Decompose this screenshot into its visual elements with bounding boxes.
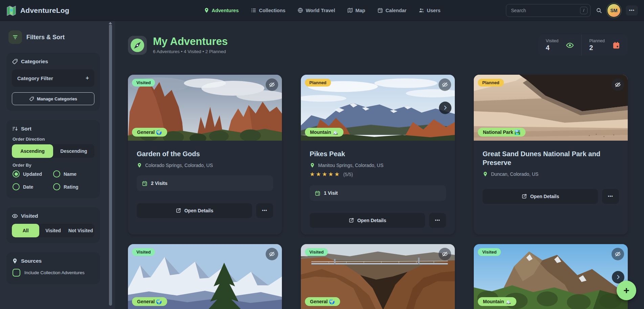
stat-visited-label: Visited [546, 39, 558, 43]
visits-count: 1 Visit [324, 190, 338, 196]
card-body: Garden of the Gods Colorado Springs, Col… [128, 141, 282, 225]
stat-visited-text: Visited 4 [546, 39, 558, 52]
visited-not-visited-toggle[interactable]: Not Visited [67, 224, 94, 237]
checkbox-label: Include Collection Adventures [24, 270, 85, 275]
nav-item-map[interactable]: Map [347, 7, 365, 13]
card-actions: Open Details ••• [137, 203, 273, 218]
toggle-visibility-button[interactable] [266, 78, 278, 91]
order-by-label: Order By [13, 163, 94, 168]
open-details-label: Open Details [184, 208, 214, 213]
category-badge: Mountain 🏔️ [305, 128, 343, 137]
toggle-visibility-button[interactable] [266, 248, 278, 260]
vertical-scrollbar[interactable] [109, 21, 112, 309]
categories-panel: Categories Category Filter + Manage Cate… [6, 53, 100, 111]
visited-header: Visited [12, 213, 94, 219]
external-link-icon [176, 208, 181, 213]
search-button[interactable] [596, 7, 602, 14]
status-badge: Visited [132, 248, 155, 256]
nav-item-calendar[interactable]: Calendar [377, 7, 406, 13]
external-link-icon [521, 194, 527, 199]
sources-title: Sources [21, 258, 42, 264]
nav-item-label: World Travel [306, 8, 335, 13]
category-badge: General 🌍 [132, 128, 167, 137]
order-direction-toggle: Ascending Descending [12, 144, 94, 158]
location-text: Duncan, Colorado, US [491, 171, 538, 177]
page-header: My Adventures 6 Adventures • 4 Visited •… [128, 34, 628, 56]
nav-item-world-travel[interactable]: World Travel [297, 7, 335, 13]
stat-planned-value: 2 [589, 44, 605, 52]
ascending-toggle[interactable]: Ascending [12, 144, 53, 158]
compass-icon [130, 38, 145, 52]
toggle-visibility-button[interactable] [439, 248, 451, 260]
adventure-card: Visited General 🌍 [301, 244, 455, 309]
category-badge: Mountain 🏔️ [478, 297, 516, 306]
nav-item-collections[interactable]: Collections [251, 7, 285, 13]
radio-date[interactable]: Date [13, 183, 53, 190]
stat-planned-label: Planned [589, 39, 605, 43]
rating-row: ★★★★★ (5/5) [310, 171, 446, 178]
descending-toggle[interactable]: Descending [53, 144, 94, 158]
visited-all-toggle[interactable]: All [12, 224, 39, 237]
toggle-visibility-button[interactable] [612, 248, 624, 260]
search-input[interactable] [506, 4, 591, 17]
category-badge: General 🌍 [305, 297, 340, 306]
scrollbar-up-arrow[interactable] [109, 22, 112, 24]
adventure-cards-grid: Visited General 🌍 Garden of the Gods Col… [128, 75, 628, 309]
add-adventure-button[interactable]: + [617, 281, 636, 300]
sort-icon [12, 126, 18, 132]
nav-item-label: Adventures [212, 8, 239, 13]
visits-box: 1 Visit [310, 185, 446, 201]
radio-rating[interactable]: Rating [53, 183, 94, 190]
manage-categories-button[interactable]: Manage Categories [12, 92, 94, 105]
radio-dot [53, 183, 60, 190]
star-rating-icons: ★★★★★ [310, 171, 340, 178]
map-pin-icon [310, 163, 315, 168]
card-menu-button[interactable]: ••• [429, 213, 446, 228]
card-menu-button[interactable]: ••• [256, 203, 273, 218]
filter-icon [12, 34, 19, 41]
radio-name[interactable]: Name [53, 170, 94, 177]
page-subtitle: 6 Adventures • 4 Visited • 2 Planned [153, 49, 228, 54]
visited-toggle: All Visited Not Visited [12, 224, 94, 237]
adventure-photo: Planned Mountain 🏔️ [301, 75, 455, 141]
nav-item-adventures[interactable]: Adventures [203, 7, 239, 13]
sources-header: Sources [12, 258, 94, 264]
stat-visited-value: 4 [546, 44, 558, 52]
card-menu-button[interactable]: ••• [602, 189, 619, 204]
include-collection-adventures-row[interactable]: Include Collection Adventures [13, 269, 94, 277]
radio-updated[interactable]: Updated [13, 170, 53, 177]
stat-visited: Visited 4 [538, 34, 581, 56]
stats-box: Visited 4 Planned 2 [538, 34, 628, 56]
navbar-menu-button[interactable]: ••• [626, 5, 638, 16]
calendar-icon [315, 190, 320, 196]
carousel-next-button[interactable] [439, 101, 451, 114]
nav-item-label: Collections [259, 8, 285, 13]
sidebar-title: Filters & Sort [26, 34, 65, 41]
adventure-photo: Planned National Park 🏞️ [474, 75, 628, 141]
nav-item-users[interactable]: Users [419, 7, 440, 13]
chevron-right-icon [616, 275, 621, 280]
tag-icon [12, 58, 18, 65]
categories-title: Categories [21, 58, 48, 65]
adventure-photo: Visited General 🌍 [128, 244, 282, 309]
open-details-button[interactable]: Open Details [483, 189, 598, 204]
toggle-visibility-button[interactable] [439, 78, 451, 91]
avatar[interactable]: SM [607, 4, 620, 17]
map-pin-icon [12, 258, 18, 264]
eye-off-icon [269, 81, 275, 88]
radio-label: Rating [64, 184, 79, 190]
radio-label: Name [64, 171, 76, 177]
open-details-button[interactable]: Open Details [310, 213, 425, 228]
adventure-title: Garden of the Gods [137, 149, 273, 158]
scrollbar-thumb[interactable] [109, 24, 112, 306]
location-row: Manitou Springs, Colorado, US [310, 163, 446, 168]
open-details-button[interactable]: Open Details [137, 203, 252, 218]
expand-icon: + [86, 75, 89, 81]
include-collection-adventures-checkbox[interactable] [13, 269, 20, 277]
visited-visited-toggle[interactable]: Visited [39, 224, 67, 237]
sort-header: Sort [12, 126, 94, 132]
category-filter-collapse[interactable]: Category Filter + [12, 69, 94, 87]
status-badge: Visited [132, 79, 155, 87]
toggle-visibility-button[interactable] [612, 78, 624, 91]
nav-item-label: Users [427, 8, 440, 13]
